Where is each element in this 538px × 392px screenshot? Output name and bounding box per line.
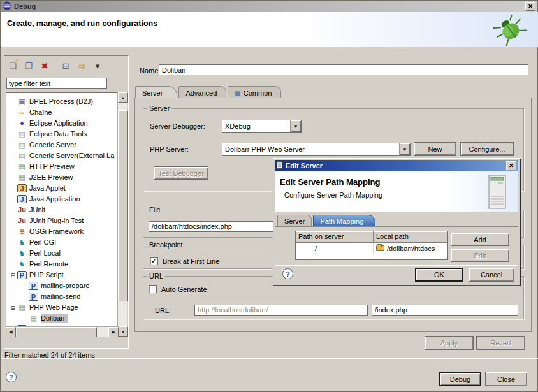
osgi-framework-icon: ⊕ [17, 228, 27, 236]
tree-item-generic-server[interactable]: ▤Generic Server [6, 140, 117, 150]
edit-server-titlebar: Edit Server ✕ [275, 160, 518, 171]
break-first-line-checkbox[interactable]: ✓ [150, 257, 158, 265]
collapse-expander-icon[interactable]: ⊟ [9, 272, 17, 279]
tab-advanced[interactable]: Advanced [178, 86, 226, 98]
edit-server-subheading: Configure Server Path Mapping [284, 191, 382, 199]
tree-item-label: JUnit Plug-in Test [29, 217, 85, 225]
php-script-icon: P [29, 282, 38, 290]
tree-item-perl-cgi[interactable]: ♞Perl CGI [6, 237, 117, 248]
tab-label: Path Mapping [320, 217, 363, 225]
column-header-path-on-server[interactable]: Path on server [296, 231, 374, 243]
tree-item-perl-local[interactable]: ♞Perl Local [6, 248, 117, 259]
ok-button[interactable]: OK [415, 268, 463, 282]
duplicate-icon[interactable]: ❐ [23, 60, 34, 71]
url-base-input: http://localhostdolibarr/ [194, 305, 368, 316]
tree-item-mailing-prepare[interactable]: Pmailing-prepare [6, 280, 117, 291]
cancel-button[interactable]: Cancel [469, 268, 514, 282]
edit-server-title: Edit Server [286, 162, 323, 170]
tree-item-php-script[interactable]: ⊟PPHP Script [6, 270, 117, 280]
chevron-down-icon[interactable]: ▼ [290, 120, 301, 132]
new-badge-icon: ✦ [15, 58, 19, 64]
tree-item-junit-plug-in-test[interactable]: JuJUnit Plug-in Test [6, 215, 117, 226]
server-debugger-label: Server Debugger: [150, 122, 205, 130]
tree-item-label: Java Applet [29, 184, 68, 192]
help-icon[interactable]: ? [6, 372, 17, 382]
horizontal-scroll-thumb[interactable] [17, 327, 97, 337]
filter-input[interactable] [6, 78, 107, 89]
server-group-title: Server [147, 105, 171, 112]
tree-item-generic-server-external-la[interactable]: ▤Generic Server(External La [6, 150, 117, 161]
tree-item-label: OSGi Framework [29, 228, 85, 236]
window-titlebar: Debug ✕ [1, 1, 537, 12]
dialog-tab-server[interactable]: Server [277, 215, 312, 226]
tree-item-http-preview[interactable]: ▤HTTP Preview [6, 161, 117, 172]
tree-vertical-scrollbar[interactable]: ▲ ▼ [117, 92, 127, 337]
url-path-input[interactable]: /index.php [372, 305, 518, 316]
vertical-scroll-thumb[interactable] [118, 110, 128, 301]
tree-item-label: mailing-prepare [41, 282, 91, 290]
new-configuration-icon[interactable]: ❏✦ [7, 60, 18, 71]
window-close-button[interactable]: ✕ [525, 2, 535, 11]
server-icon: ▤ [17, 163, 27, 171]
php-server-select[interactable]: Dolibarr PHP Web Server ▼ [222, 143, 411, 156]
footer-separator [1, 358, 538, 359]
tree-item-j2ee-preview[interactable]: ▤J2EE Preview [6, 172, 117, 183]
scroll-down-icon[interactable]: ▼ [118, 326, 128, 337]
scroll-right-icon[interactable]: ▶ [108, 327, 119, 337]
tree-item-eclipse-data-tools[interactable]: ▤Eclipse Data Tools [6, 129, 117, 140]
column-header-local-path[interactable]: Local path [374, 231, 447, 243]
apply-button: Apply [425, 336, 474, 350]
close-button[interactable]: Close [485, 372, 527, 386]
tree-item-dolibarr[interactable]: ▤Dolibarr [6, 313, 117, 324]
dialog-header-banner: Create, manage, and run configurations [1, 12, 538, 47]
java-application-icon: J [17, 195, 27, 203]
tree-item-eclipse-application[interactable]: ●Eclipse Application [6, 118, 117, 129]
tree-item-java-applet[interactable]: JJava Applet [6, 183, 117, 194]
tree-item-php-web-page[interactable]: ⊟▤PHP Web Page [6, 302, 117, 313]
camel-icon: ♞ [17, 249, 27, 258]
delete-icon[interactable]: ✖ [39, 60, 50, 71]
tree-item-label: Eclipse Data Tools [29, 130, 89, 138]
eclipse-icon [3, 1, 11, 11]
collapse-expander-icon[interactable]: ⊟ [9, 305, 17, 311]
tree-item-mailing-send[interactable]: Pmailing-send [6, 291, 117, 302]
menu-dropdown-icon[interactable]: ▾ [92, 60, 103, 71]
php-script-icon: P [29, 293, 38, 301]
filter-icon[interactable]: ⇉ [76, 60, 87, 71]
mapping-row[interactable]: //dolibarr/htdocs [296, 243, 447, 254]
tree-item-bpel-process-b2j[interactable]: ▣BPEL Process (B2J) [6, 96, 117, 107]
scroll-up-icon[interactable]: ▲ [118, 92, 128, 103]
auto-generate-checkbox[interactable] [149, 285, 157, 293]
sidebar-toolbar: ❏✦❐✖⊟⇉▾ [7, 59, 103, 73]
tree-item-java-application[interactable]: JJava Application [6, 194, 117, 205]
tree-horizontal-scrollbar[interactable]: ◀ ▶ [6, 326, 119, 337]
server-debugger-select[interactable]: XDebug ▼ [222, 120, 302, 133]
new-server-button[interactable]: New [414, 142, 456, 156]
tab-common[interactable]: ▦Common [228, 86, 281, 98]
debug-button[interactable]: Debug [439, 372, 481, 386]
tab-server[interactable]: Server [135, 86, 177, 98]
breakpoint-group-title: Breakpoint [147, 241, 185, 249]
configurations-tree: ▣BPEL Process (B2J)∞Chaîne●Eclipse Appli… [6, 92, 118, 337]
help-icon[interactable]: ? [282, 268, 293, 279]
tab-divider [275, 226, 518, 227]
tree-item-label: Java Application [29, 195, 82, 203]
tree-item-junit[interactable]: JuJUnit [6, 205, 117, 215]
name-input[interactable] [159, 64, 528, 75]
tree-item-osgi-framework[interactable]: ⊕OSGi Framework [6, 226, 117, 237]
collapse-all-icon[interactable]: ⊟ [60, 60, 71, 71]
tab-label: Advanced [185, 89, 217, 97]
chevron-down-icon[interactable]: ▼ [399, 143, 410, 155]
test-debugger-button: Test Debugger [154, 166, 208, 180]
java-applet-icon: J [17, 184, 27, 192]
dialog-tab-path-mapping[interactable]: Path Mapping [313, 215, 375, 226]
php-web-page-icon: ▤ [29, 314, 38, 323]
tree-item-cha-ne[interactable]: ∞Chaîne [6, 107, 117, 118]
tree-item-perl-remote[interactable]: ♞Perl Remote [6, 259, 117, 270]
scroll-left-icon[interactable]: ◀ [6, 327, 16, 337]
bpel-process-icon: ▣ [17, 98, 27, 106]
add-mapping-button[interactable]: Add [451, 233, 509, 246]
configure-server-button[interactable]: Configure... [460, 142, 514, 156]
tree-item-label: HTTP Preview [29, 163, 76, 171]
edit-server-close-button[interactable]: ✕ [506, 161, 516, 170]
